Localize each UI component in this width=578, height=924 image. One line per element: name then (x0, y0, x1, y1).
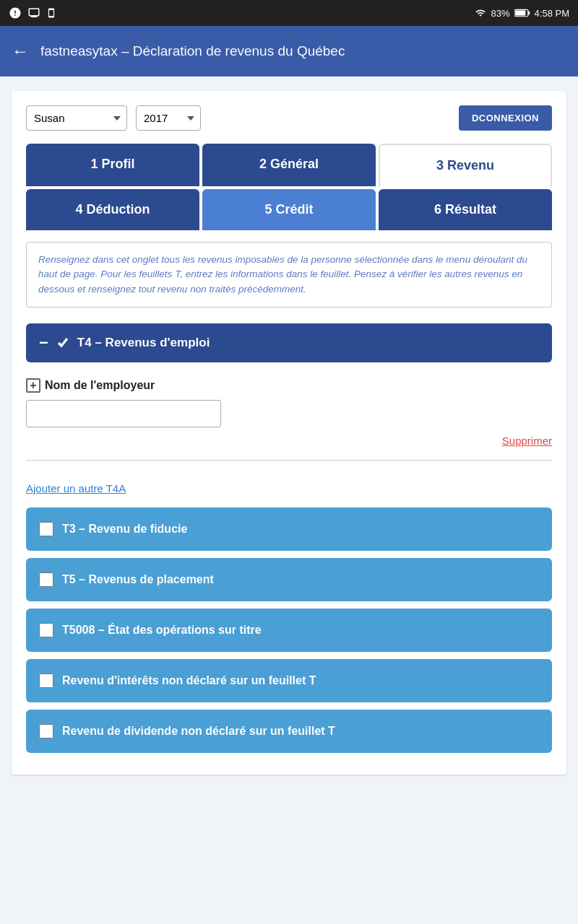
t5-label: T5 – Revenus de placement (62, 573, 214, 586)
interets-checkbox[interactable] (39, 674, 53, 688)
dividende-row[interactable]: Revenu de dividende non déclaré sur un f… (26, 710, 552, 753)
nav-tabs-row1: 1 Profil 2 Général 3 Revenu (26, 144, 552, 186)
interets-label: Revenu d'intérêts non déclaré sur un feu… (62, 674, 316, 687)
tab-profil[interactable]: 1 Profil (26, 144, 199, 186)
notification-icon (9, 6, 22, 19)
screen-icon (27, 6, 40, 19)
divider (26, 460, 552, 461)
collapse-icon: − (39, 335, 48, 351)
nav-tabs-row2: 4 Déduction 5 Crédit 6 Résultat (26, 189, 552, 230)
app-bar: ← fastneasytax – Déclaration de revenus … (0, 26, 578, 77)
tab-revenu[interactable]: 3 Revenu (379, 144, 552, 186)
app-title: fastneasytax – Déclaration de revenus du… (40, 43, 345, 59)
employer-label-text: Nom de l'employeur (45, 379, 155, 392)
battery-icon (514, 8, 530, 18)
back-button[interactable]: ← (12, 41, 29, 61)
supprimer-link[interactable]: Supprimer (502, 435, 552, 447)
interets-row[interactable]: Revenu d'intérêts non déclaré sur un feu… (26, 659, 552, 702)
tab-resultat[interactable]: 6 Résultat (379, 189, 552, 230)
info-box: Renseignez dans cet onglet tous les reve… (26, 242, 552, 308)
dividende-label: Revenu de dividende non déclaré sur un f… (62, 725, 335, 738)
expand-employer-icon: + (26, 378, 40, 393)
t4-label: T4 – Revenus d'emploi (77, 336, 210, 350)
status-icons (9, 6, 56, 19)
main-content: Susan 2017 2016 2015 DCONNEXION 1 Profil… (0, 77, 578, 924)
t3-label: T3 – Revenu de fiducie (62, 523, 187, 536)
top-controls: Susan 2017 2016 2015 DCONNEXION (26, 105, 552, 131)
user-select[interactable]: Susan (26, 105, 127, 131)
tab-credit[interactable]: 5 Crédit (202, 189, 376, 230)
tab-general[interactable]: 2 Général (202, 144, 376, 186)
t3-row[interactable]: T3 – Revenu de fiducie (26, 507, 552, 551)
battery-percent: 83% (491, 8, 510, 19)
t5008-checkbox[interactable] (39, 623, 53, 637)
employer-input[interactable] (26, 400, 221, 427)
time: 4:58 PM (535, 8, 569, 19)
employer-section: + Nom de l'employeur Supprimer (26, 372, 552, 479)
t5-row[interactable]: T5 – Revenus de placement (26, 558, 552, 601)
info-text: Renseignez dans cet onglet tous les reve… (38, 253, 540, 297)
card: Susan 2017 2016 2015 DCONNEXION 1 Profil… (12, 91, 566, 775)
t5008-label: T5008 – État des opérations sur titre (62, 624, 262, 637)
tab-deduction[interactable]: 4 Déduction (26, 189, 199, 230)
t4-checkbox[interactable] (56, 336, 70, 350)
t4-section-header[interactable]: − T4 – Revenus d'emploi (26, 323, 552, 362)
mobile-icon (46, 6, 56, 19)
svg-rect-1 (527, 12, 529, 15)
dividende-checkbox[interactable] (39, 724, 53, 738)
employer-label-row[interactable]: + Nom de l'employeur (26, 378, 552, 393)
t5-checkbox[interactable] (39, 572, 53, 587)
year-select[interactable]: 2017 2016 2015 (136, 105, 201, 131)
t3-checkbox[interactable] (39, 522, 53, 536)
wifi-icon (474, 8, 487, 18)
disconnect-button[interactable]: DCONNEXION (459, 105, 552, 131)
svg-rect-2 (515, 10, 525, 15)
t5008-row[interactable]: T5008 – État des opérations sur titre (26, 609, 552, 652)
status-bar: 83% 4:58 PM (0, 0, 578, 26)
status-right: 83% 4:58 PM (474, 8, 569, 19)
add-t4a-link[interactable]: Ajouter un autre T4A (26, 482, 552, 494)
